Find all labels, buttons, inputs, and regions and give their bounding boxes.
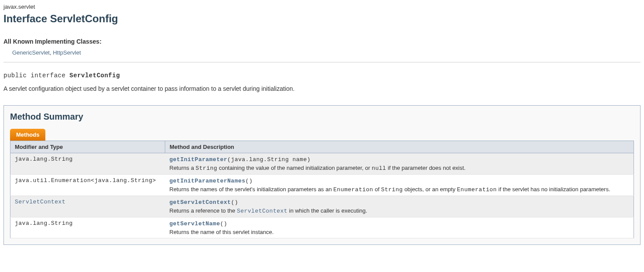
- method-params: (): [231, 199, 239, 206]
- package-name: javax.servlet: [3, 3, 641, 10]
- table-row: ServletContext getServletContext() Retur…: [10, 196, 634, 217]
- method-link-getservletname[interactable]: getServletName: [170, 220, 220, 227]
- link-httpservlet[interactable]: HttpServlet: [53, 49, 81, 56]
- header-modifier-type: Modifier and Type: [10, 141, 165, 153]
- methods-table: Modifier and Type Method and Description…: [10, 141, 634, 238]
- method-summary-title: Method Summary: [10, 112, 634, 122]
- method-link-getinitparameternames[interactable]: getInitParameterNames: [170, 178, 245, 184]
- type-signature: public interface ServletConfig: [3, 72, 641, 79]
- return-type: java.util.Enumeration<java.lang.String>: [10, 175, 165, 196]
- signature-prefix: public interface: [3, 72, 69, 79]
- method-params: (): [220, 220, 228, 227]
- type-description: A servlet configuration object used by a…: [3, 85, 641, 92]
- method-link-getservletcontext[interactable]: getServletContext: [170, 199, 231, 206]
- method-description: Returns a reference to the ServletContex…: [170, 207, 630, 214]
- divider: [3, 62, 641, 62]
- page-title: Interface ServletConfig: [3, 13, 641, 25]
- implementing-classes-list: GenericServlet, HttpServlet: [12, 49, 641, 56]
- tab-methods[interactable]: Methods: [10, 129, 45, 141]
- method-summary-section: Method Summary Methods Modifier and Type…: [3, 105, 641, 245]
- method-description: Returns the names of the servlet's initi…: [170, 186, 630, 193]
- link-genericservlet[interactable]: GenericServlet: [12, 49, 50, 56]
- signature-typename: ServletConfig: [69, 72, 120, 79]
- method-link-getinitparameter[interactable]: getInitParameter: [170, 156, 228, 163]
- implementing-classes-heading: All Known Implementing Classes:: [3, 38, 641, 45]
- type-link-servletcontext-inline[interactable]: ServletContext: [237, 208, 287, 214]
- header-method-description: Method and Description: [165, 141, 634, 153]
- table-row: java.util.Enumeration<java.lang.String> …: [10, 175, 634, 196]
- method-description: Returns the name of this servlet instanc…: [170, 229, 630, 235]
- table-row: java.lang.String getInitParameter(java.l…: [10, 153, 634, 175]
- method-description: Returns a String containing the value of…: [170, 165, 630, 172]
- method-params: (): [245, 178, 253, 184]
- return-type: java.lang.String: [10, 153, 165, 175]
- method-params: (java.lang.String name): [227, 156, 310, 163]
- return-type: java.lang.String: [10, 217, 165, 238]
- type-link-servletcontext[interactable]: ServletContext: [15, 199, 65, 205]
- table-row: java.lang.String getServletName() Return…: [10, 217, 634, 238]
